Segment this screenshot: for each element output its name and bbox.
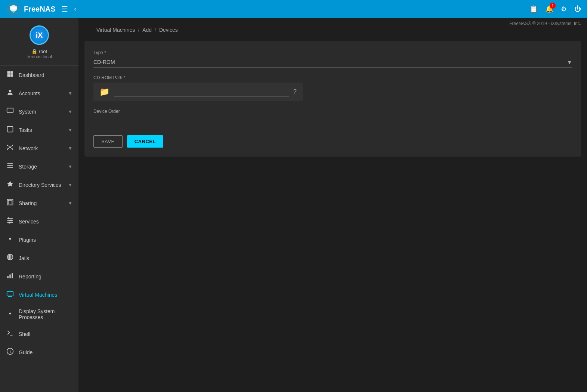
breadcrumb: Virtual Machines / Add / Devices bbox=[87, 22, 187, 38]
app-name: FreeNAS bbox=[24, 5, 55, 13]
power-icon[interactable]: ⏻ bbox=[574, 5, 581, 13]
storage-arrow-icon: ▼ bbox=[68, 164, 72, 169]
svg-rect-8 bbox=[7, 108, 13, 112]
type-select[interactable]: CD-ROM NIC Disk Raw File VNC Display bbox=[93, 57, 572, 68]
sidebar-item-shell[interactable]: Shell bbox=[0, 325, 78, 343]
topbar-icons: 📋 🔔 1 ⚙ ⏻ bbox=[529, 5, 581, 13]
display-system-processes-nav-icon bbox=[6, 310, 14, 319]
main-content: Virtual Machines / Add / Devices FreeNAS… bbox=[78, 18, 587, 392]
sidebar-item-plugins[interactable]: Plugins bbox=[0, 231, 78, 249]
svg-marker-24 bbox=[8, 200, 12, 204]
tasks-nav-icon bbox=[6, 125, 14, 135]
lock-icon: 🔒 bbox=[31, 49, 37, 54]
svg-point-30 bbox=[9, 222, 10, 223]
sidebar-item-jails[interactable]: Jails bbox=[0, 249, 78, 267]
back-arrow-icon[interactable]: ‹ bbox=[74, 6, 76, 12]
svg-rect-39 bbox=[12, 273, 13, 278]
svg-point-31 bbox=[9, 238, 11, 240]
svg-text:i: i bbox=[9, 349, 10, 354]
sidebar-label-sharing: Sharing bbox=[19, 200, 37, 206]
svg-rect-6 bbox=[10, 74, 13, 77]
svg-point-41 bbox=[9, 312, 11, 314]
button-row: SAVE CANCEL bbox=[93, 135, 572, 148]
sidebar-label-plugins: Plugins bbox=[19, 237, 36, 243]
sidebar-item-accounts[interactable]: Accounts▼ bbox=[0, 84, 78, 102]
device-order-input[interactable] bbox=[93, 115, 489, 126]
hamburger-icon[interactable]: ☰ bbox=[61, 4, 68, 13]
svg-rect-37 bbox=[7, 276, 9, 278]
breadcrumb-virtual-machines[interactable]: Virtual Machines bbox=[96, 27, 135, 33]
sidebar-item-network[interactable]: Network▼ bbox=[0, 139, 78, 157]
sidebar-item-tasks[interactable]: Tasks▼ bbox=[0, 121, 78, 139]
save-button[interactable]: SAVE bbox=[93, 135, 123, 148]
sharing-nav-icon bbox=[6, 198, 14, 208]
sidebar-item-dashboard[interactable]: Dashboard bbox=[0, 66, 78, 84]
sharing-arrow-icon: ▼ bbox=[68, 201, 72, 206]
svg-point-29 bbox=[10, 220, 12, 221]
cdrom-path-input[interactable] bbox=[114, 87, 289, 97]
svg-line-17 bbox=[7, 147, 10, 149]
svg-rect-4 bbox=[10, 71, 13, 74]
sidebar-item-storage[interactable]: Storage▼ bbox=[0, 157, 78, 176]
system-nav-icon bbox=[6, 107, 14, 116]
breadcrumb-add[interactable]: Add bbox=[142, 27, 152, 33]
tasks-arrow-icon: ▼ bbox=[68, 127, 72, 133]
svg-line-18 bbox=[10, 147, 13, 149]
sidebar-item-virtual-machines[interactable]: Virtual Machines bbox=[0, 285, 78, 304]
sidebar-item-guide[interactable]: iGuide bbox=[0, 343, 78, 361]
sidebar-item-services[interactable]: Services bbox=[0, 212, 78, 231]
system-arrow-icon: ▼ bbox=[68, 109, 72, 114]
sidebar: iX 🔒 root freenas.local DashboardAccount… bbox=[0, 18, 78, 392]
sidebar-label-accounts: Accounts bbox=[19, 90, 40, 96]
nav-list: DashboardAccounts▼System▼Tasks▼Network▼S… bbox=[0, 66, 78, 361]
sidebar-label-display-system-processes: Display System Processes bbox=[19, 308, 72, 320]
plugins-nav-icon bbox=[6, 235, 14, 244]
sidebar-label-storage: Storage bbox=[19, 164, 37, 170]
shell-nav-icon bbox=[6, 329, 14, 339]
network-nav-icon bbox=[6, 143, 14, 153]
svg-rect-38 bbox=[9, 275, 10, 278]
sidebar-label-network: Network bbox=[19, 145, 38, 151]
svg-line-15 bbox=[7, 145, 10, 147]
sidebar-item-directory-services[interactable]: Directory Services▼ bbox=[0, 176, 78, 194]
cdrom-path-label-display: CD-ROM Path * bbox=[93, 75, 303, 80]
type-select-wrapper: CD-ROM NIC Disk Raw File VNC Display ▼ bbox=[93, 57, 572, 68]
device-form: Type * CD-ROM NIC Disk Raw File VNC Disp… bbox=[84, 41, 581, 157]
help-icon[interactable]: ? bbox=[293, 89, 297, 95]
topbar-left: FreeNAS ☰ ‹ bbox=[6, 1, 76, 16]
topbar: FreeNAS ☰ ‹ 📋 🔔 1 ⚙ ⏻ bbox=[0, 0, 587, 18]
clipboard-icon[interactable]: 📋 bbox=[529, 5, 538, 13]
sidebar-label-tasks: Tasks bbox=[19, 127, 32, 133]
hostname: freenas.local bbox=[27, 54, 52, 59]
sidebar-label-reporting: Reporting bbox=[19, 274, 41, 280]
folder-icon: 📁 bbox=[99, 87, 109, 97]
storage-nav-icon bbox=[6, 162, 14, 171]
sidebar-label-system: System bbox=[19, 109, 36, 115]
sidebar-item-display-system-processes[interactable]: Display System Processes bbox=[0, 304, 78, 325]
cancel-button[interactable]: CANCEL bbox=[127, 135, 163, 148]
settings-icon[interactable]: ⚙ bbox=[561, 5, 567, 13]
sidebar-label-jails: Jails bbox=[19, 255, 29, 261]
svg-point-7 bbox=[9, 90, 12, 92]
notification-badge: 1 bbox=[550, 3, 556, 9]
sidebar-item-sharing[interactable]: Sharing▼ bbox=[0, 194, 78, 212]
cdrom-path-row: 📁 ? bbox=[93, 83, 303, 101]
user-section: iX 🔒 root freenas.local bbox=[0, 18, 78, 66]
svg-line-16 bbox=[10, 145, 13, 147]
breadcrumb-devices[interactable]: Devices bbox=[159, 27, 178, 33]
sidebar-label-services: Services bbox=[19, 219, 39, 225]
sidebar-item-reporting[interactable]: Reporting bbox=[0, 267, 78, 285]
avatar: iX bbox=[30, 25, 49, 45]
sidebar-label-guide: Guide bbox=[19, 349, 33, 355]
network-arrow-icon: ▼ bbox=[68, 146, 72, 151]
device-order-section: Device Order bbox=[93, 109, 572, 126]
svg-rect-5 bbox=[7, 74, 10, 77]
reporting-nav-icon bbox=[6, 272, 14, 281]
sidebar-label-shell: Shell bbox=[19, 331, 30, 337]
directory-services-arrow-icon: ▼ bbox=[68, 182, 72, 188]
svg-marker-22 bbox=[7, 181, 13, 187]
sidebar-item-system[interactable]: System▼ bbox=[0, 102, 78, 121]
directory-services-nav-icon bbox=[6, 180, 14, 189]
accounts-arrow-icon: ▼ bbox=[68, 91, 72, 96]
notification-icon[interactable]: 🔔 1 bbox=[545, 5, 553, 13]
